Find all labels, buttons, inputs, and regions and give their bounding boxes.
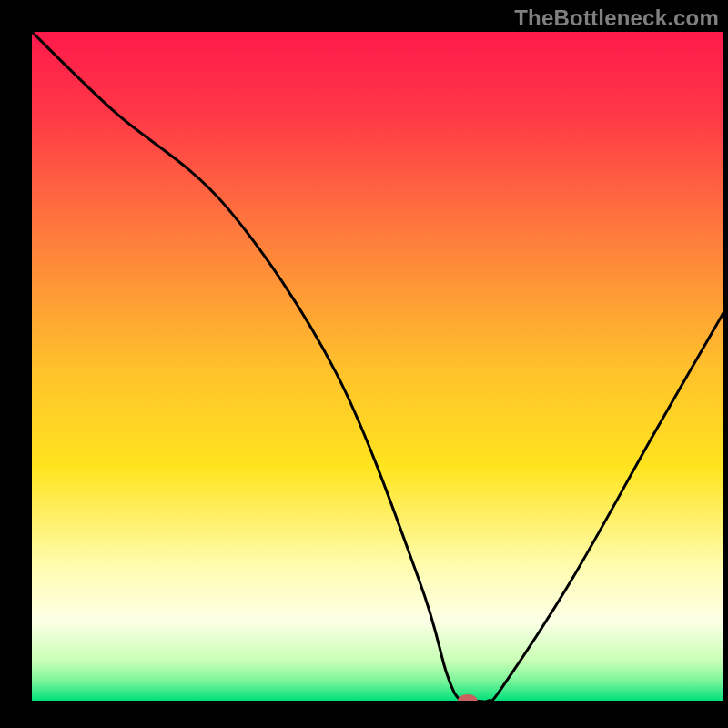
optimal-point-marker [458, 694, 478, 707]
bottleneck-chart [0, 0, 728, 728]
chart-frame: { "watermark": "TheBottleneck.com", "cha… [0, 0, 728, 728]
plot-background [32, 32, 723, 701]
watermark-text: TheBottleneck.com [514, 5, 719, 31]
